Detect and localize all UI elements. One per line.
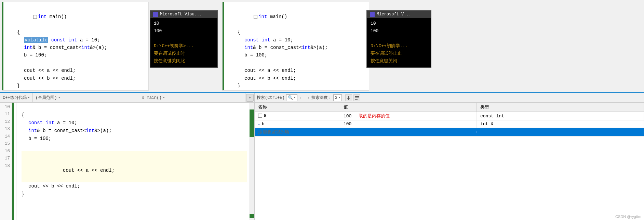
bottom-section: C++练习代码 ▾ (全局范围) ▾ ⊙ main() ▾ + 10 11 12…	[0, 92, 644, 220]
line-num: 12	[0, 118, 10, 125]
code-line-14: b = 100;	[22, 135, 247, 143]
scope-dropdown[interactable]: (全局范围) ▾	[33, 93, 139, 102]
svg-rect-4	[355, 98, 359, 98]
code-panel-right: -int main() { const int a = 10; int& b =…	[222, 2, 369, 91]
watch-header: 名称 值 类型	[255, 103, 644, 112]
var-name-a: a	[264, 113, 266, 118]
func-dropdown-arrow: ▾	[163, 96, 165, 100]
watch-row-b[interactable]: ✏ b 100 int &	[255, 120, 644, 128]
col-header-name: 名称	[255, 103, 340, 112]
line-num: 15	[0, 140, 10, 147]
line-num: 14	[0, 133, 10, 140]
svg-rect-3	[355, 96, 359, 97]
depth-value: 3	[335, 95, 337, 100]
watch-expand-btn[interactable]	[353, 94, 360, 101]
watch-table: 名称 值 类型 a 100 取的是内存的值 const int	[255, 103, 644, 220]
editor-content: 10 11 12 13 14 15 16 17 18	[0, 103, 254, 220]
console-line: D:\C++初阶学...	[371, 42, 427, 50]
code-panel-left: -int main() { volatile const int a = 10;…	[2, 2, 149, 91]
watermark: CSDN @rygttm	[615, 215, 641, 219]
back-nav-arrow[interactable]: ←	[299, 94, 304, 101]
console-line	[371, 35, 427, 42]
console-line	[154, 35, 214, 42]
func-dropdown[interactable]: ⊙ main() ▾	[139, 93, 245, 102]
code-line: volatile const int a = 10;	[24, 36, 143, 44]
console-line: 10	[154, 20, 214, 27]
code-line: -int main()	[231, 5, 363, 28]
ms-icon	[153, 12, 158, 17]
func-label: ⊙ main()	[142, 95, 162, 100]
svg-rect-5	[355, 99, 358, 100]
svg-rect-2	[348, 99, 349, 100]
console-line: 10	[371, 20, 427, 27]
ms-icon	[370, 12, 375, 17]
code-line: b = 100;	[24, 51, 143, 59]
code-line	[10, 59, 143, 67]
file-dropdown[interactable]: C++练习代码 ▾	[0, 93, 33, 102]
console-line: 按任意键关闭	[371, 57, 427, 65]
var-type-b: int &	[480, 121, 494, 127]
editor-toolbar: C++练习代码 ▾ (全局范围) ▾ ⊙ main() ▾ +	[0, 93, 254, 103]
code-line: int& b = const_cast<int&>(a);	[24, 44, 143, 51]
line-numbers: 10 11 12 13 14 15 16 17 18	[0, 103, 12, 220]
code-line-10	[22, 103, 247, 111]
svg-rect-1	[347, 98, 350, 99]
line-num: 16	[0, 147, 10, 155]
editor-pane: C++练习代码 ▾ (全局范围) ▾ ⊙ main() ▾ + 10 11 12…	[0, 93, 255, 220]
watch-pane: 搜索(Ctrl+E) 🔍 ▾ ← → 搜索深度： 3 ▾	[255, 93, 644, 220]
col-header-type: 类型	[477, 103, 644, 112]
code-line: b = 100;	[244, 51, 363, 59]
console-line: 要在调试停止时	[154, 50, 214, 57]
search-box[interactable]: 🔍 ▾	[286, 94, 297, 101]
file-label: C++练习代码	[3, 95, 27, 101]
scope-dropdown-arrow: ▾	[58, 96, 60, 100]
depth-label: 搜索深度：	[311, 95, 332, 101]
watch-pin-btn[interactable]	[345, 94, 352, 101]
code-line: -int main()	[10, 5, 143, 28]
editor-scrollbar[interactable]	[250, 103, 254, 220]
code-line-16: ➨ cout << a << endl;	[22, 151, 247, 182]
code-line-12: const int a = 10;	[22, 119, 247, 127]
top-section: -int main() { volatile const int a = 10;…	[0, 0, 644, 92]
green-bar-left	[2, 2, 3, 90]
collapse-icon[interactable]: -	[254, 15, 257, 19]
console-body-right: 10 100 D:\C++初阶学... 要在调试停止止 按任意键关闭	[367, 18, 431, 67]
fwd-nav-arrow[interactable]: →	[305, 94, 310, 101]
scrollbar-marker	[250, 214, 254, 218]
code-area[interactable]: { const int a = 10; int& b = const_cast<…	[19, 103, 250, 220]
console-line: 按任意键关闭此	[154, 57, 214, 65]
watch-row-add[interactable]: 添加要监视的项	[255, 128, 644, 137]
console-line: 100	[154, 27, 214, 35]
scrollbar-thumb[interactable]	[250, 109, 254, 137]
depth-dropdown-arrow: ▾	[338, 96, 340, 100]
code-line: }	[17, 82, 143, 90]
collapse-icon[interactable]: -	[33, 15, 37, 19]
var-type-a: const int	[480, 114, 504, 119]
code-line: cout << b << endl;	[244, 75, 363, 82]
watch-cell-value-b: 100	[340, 120, 477, 128]
code-line: {	[17, 28, 143, 36]
col-header-value: 值	[340, 103, 477, 112]
code-line-15	[22, 143, 247, 151]
search-dropdown-arrow[interactable]: ▾	[294, 96, 296, 100]
watch-toolbar: 搜索(Ctrl+E) 🔍 ▾ ← → 搜索深度： 3 ▾	[255, 93, 644, 103]
line-num: 11	[0, 111, 10, 118]
watch-cell-add-type	[477, 131, 644, 133]
line-num: 10	[0, 103, 10, 111]
green-bar-right	[223, 2, 224, 90]
watch-cell-type-b: int &	[477, 120, 644, 128]
watch-row-a[interactable]: a 100 取的是内存的值 const int	[255, 112, 644, 120]
scope-label: (全局范围)	[36, 95, 57, 101]
search-label: 搜索(Ctrl+E)	[257, 95, 285, 101]
code-line: cout << a << endl;	[24, 67, 143, 74]
var-icon-b: ✏	[258, 122, 260, 126]
var-icon-a	[258, 114, 262, 118]
depth-select[interactable]: 3 ▾	[333, 94, 342, 101]
file-dropdown-arrow: ▾	[28, 96, 30, 100]
toolbar-plus-btn[interactable]: +	[246, 94, 254, 102]
watch-cell-name-a: a	[255, 112, 340, 120]
console-line: 要在调试停止止	[371, 50, 427, 57]
watch-cell-name-b: ✏ b	[255, 120, 340, 128]
console-title-left: Microsoft Visu...	[150, 11, 217, 18]
console-title-text: Microsoft Visu...	[160, 12, 202, 17]
